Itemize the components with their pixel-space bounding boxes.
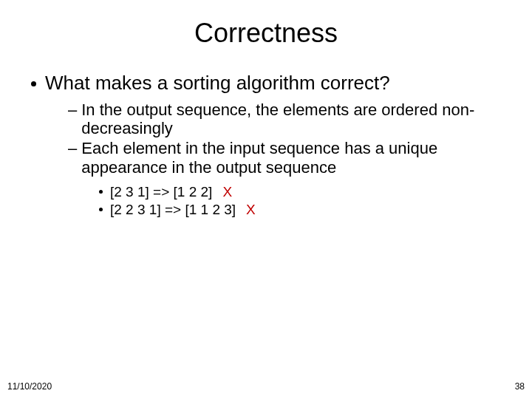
footer-page-number: 38: [515, 381, 525, 392]
bullet-level1: What makes a sorting algorithm correct?: [15, 72, 517, 95]
example-item: [2 3 1] => [1 2 2] X: [99, 184, 517, 200]
bullet-dot-icon: [99, 208, 103, 211]
invalid-mark-icon: X: [222, 184, 232, 200]
bullet-level1-text: What makes a sorting algorithm correct?: [45, 72, 390, 95]
sub-bullet-item: – Each element in the input sequence has…: [68, 139, 517, 177]
slide: Correctness What makes a sorting algorit…: [0, 0, 532, 399]
example-item: [2 2 3 1] => [1 1 2 3] X: [99, 202, 517, 218]
dash-icon: –: [68, 100, 77, 119]
bullet-dot-icon: [99, 190, 103, 194]
sub-bullet-item: – In the output sequence, the elements a…: [68, 100, 517, 138]
slide-title: Correctness: [0, 0, 532, 58]
dash-icon: –: [68, 139, 77, 157]
example-text: [2 2 3 1] => [1 1 2 3]: [110, 202, 236, 218]
example-text: [2 3 1] => [1 2 2]: [110, 184, 212, 200]
sub-bullet-text: In the output sequence, the elements are…: [81, 100, 517, 138]
sub-bullet-list: – In the output sequence, the elements a…: [68, 100, 517, 177]
bullet-dot-icon: [31, 81, 36, 86]
sub-bullet-text: Each element in the input sequence has a…: [81, 139, 517, 177]
footer-date: 11/10/2020: [7, 381, 52, 392]
slide-content: What makes a sorting algorithm correct? …: [0, 58, 532, 218]
example-list: [2 3 1] => [1 2 2] X [2 2 3 1] => [1 1 2…: [99, 184, 517, 218]
invalid-mark-icon: X: [246, 202, 256, 218]
